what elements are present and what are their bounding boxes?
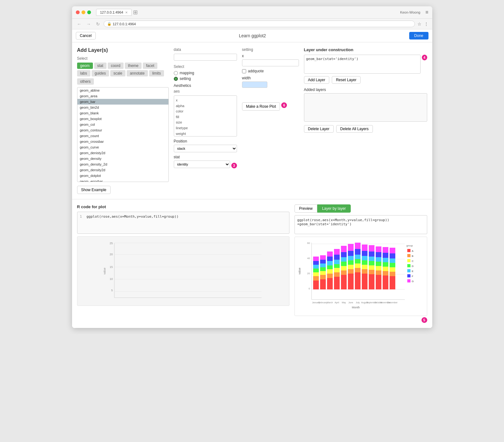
delete-all-layers-button[interactable]: Delete All Layers <box>336 125 373 133</box>
svg-rect-24 <box>313 276 319 281</box>
svg-rect-33 <box>320 267 326 271</box>
geom-item[interactable]: geom_dotplot <box>77 173 168 179</box>
geom-item[interactable]: geom_area <box>77 93 168 99</box>
browser-user: Keon-Woong <box>400 10 420 14</box>
maximize-button[interactable] <box>87 10 91 14</box>
back-button[interactable]: ← <box>76 21 83 27</box>
svg-rect-52 <box>341 270 347 275</box>
tag-stat[interactable]: stat <box>94 63 106 69</box>
tag-facet[interactable]: facet <box>143 63 157 69</box>
show-example-button[interactable]: Show Example <box>77 186 111 194</box>
refresh-button[interactable]: ↻ <box>95 21 101 27</box>
svg-rect-73 <box>362 269 367 274</box>
preview-tab[interactable]: Preview <box>295 204 318 213</box>
svg-rect-63 <box>348 251 354 256</box>
add-layer-button[interactable]: Add Layer <box>304 76 330 84</box>
tag-others[interactable]: others <box>77 78 94 85</box>
geom-item[interactable]: geom_curve <box>77 144 168 150</box>
rose-plot-button[interactable]: Make a Rose Plot <box>242 102 280 111</box>
layer-code-box[interactable]: geom_bar(stat='identity') <box>304 55 421 74</box>
svg-text:May: May <box>342 301 346 304</box>
badge-3: 3 <box>231 163 237 168</box>
geom-item-selected[interactable]: geom_bar <box>77 99 168 105</box>
svg-text:June: June <box>348 301 353 304</box>
geom-item[interactable]: geom_boxplot <box>77 116 168 122</box>
close-button[interactable] <box>76 10 80 14</box>
svg-rect-80 <box>369 270 374 274</box>
svg-rect-46 <box>334 268 340 272</box>
stat-dropdown[interactable]: identity count bin <box>174 160 230 168</box>
tab-close-icon[interactable]: ✕ <box>125 11 128 14</box>
aesthetics-label: Aesthetics <box>174 83 237 88</box>
geom-item[interactable]: geom_bin2d <box>77 105 168 110</box>
svg-rect-71 <box>355 243 361 249</box>
bookmark-icon[interactable]: ☆ <box>417 21 422 27</box>
added-layers-box[interactable] <box>304 93 427 122</box>
svg-rect-75 <box>362 260 367 265</box>
more-icon[interactable]: ⋮ <box>424 21 428 27</box>
svg-rect-67 <box>355 263 361 268</box>
tag-scale[interactable]: scale <box>110 70 125 76</box>
tag-limits[interactable]: limits <box>149 70 164 76</box>
svg-rect-49 <box>334 255 340 260</box>
width-input[interactable] <box>242 82 267 88</box>
svg-text:value: value <box>298 268 301 275</box>
new-tab-icon[interactable]: ⊞ <box>133 9 138 16</box>
r-code-title: R code for plot <box>77 204 289 209</box>
svg-rect-105 <box>390 253 395 258</box>
layer-by-layer-tab[interactable]: Layer by layer <box>317 204 350 213</box>
radio-setting[interactable]: setting <box>174 76 237 81</box>
geom-item[interactable]: geom_errorbar <box>77 179 168 182</box>
geom-item[interactable]: geom_abline <box>77 88 168 93</box>
svg-rect-54 <box>341 262 347 266</box>
svg-rect-101 <box>390 272 395 276</box>
svg-rect-53 <box>341 266 347 270</box>
cancel-button[interactable]: Cancel <box>76 32 96 39</box>
position-dropdown[interactable]: stack dodge fill identity <box>174 145 237 152</box>
addquote-checkbox[interactable] <box>242 69 246 73</box>
svg-rect-79 <box>369 274 374 289</box>
svg-rect-28 <box>313 261 319 265</box>
geom-item[interactable]: geom_col <box>77 122 168 127</box>
geom-item[interactable]: geom_contour <box>77 127 168 133</box>
geom-item[interactable]: geom_density_2d <box>77 161 168 167</box>
tag-annotate[interactable]: annotate <box>127 70 148 76</box>
svg-rect-77 <box>362 251 367 256</box>
browser-menu-icon[interactable]: ≡ <box>425 9 428 15</box>
tag-group-2: labs guides scale annotate limits <box>77 70 169 76</box>
tag-theme[interactable]: theme <box>125 63 142 69</box>
done-button[interactable]: Done <box>409 32 428 39</box>
svg-rect-69 <box>355 255 361 259</box>
geom-item[interactable]: geom_blank <box>77 110 168 116</box>
geom-item[interactable]: geom_crossbar <box>77 139 168 144</box>
svg-rect-82 <box>369 261 374 265</box>
geom-item[interactable]: geom_denisty2d <box>77 150 168 156</box>
svg-rect-40 <box>327 265 333 269</box>
code-preview-box: ggplot(rose,aes(x=Month,y=value,fill=gro… <box>295 215 427 234</box>
svg-rect-86 <box>376 275 381 289</box>
tag-labs[interactable]: labs <box>77 70 90 76</box>
browser-tab[interactable]: 127.0.0.1:4964 ✕ <box>96 9 132 16</box>
badge-4: 4 <box>422 55 427 60</box>
minimize-button[interactable] <box>82 10 85 14</box>
data-input[interactable] <box>174 54 237 61</box>
svg-rect-88 <box>376 266 381 270</box>
svg-text:group: group <box>406 244 413 247</box>
geom-item[interactable]: geom_count <box>77 133 168 139</box>
x-input[interactable] <box>242 59 299 66</box>
svg-rect-74 <box>362 265 367 269</box>
svg-rect-85 <box>369 245 374 251</box>
svg-rect-44 <box>334 277 340 289</box>
tag-geom[interactable]: geom <box>77 63 93 69</box>
r-code-content: ggplot(rose,aes(x=Month,y=value,fill=gro… <box>87 215 179 219</box>
reset-layer-button[interactable]: Reset Layer <box>332 76 361 84</box>
data-label: data <box>174 47 237 52</box>
geom-list: geom_abline geom_area geom_bar geom_bin2… <box>77 87 169 182</box>
geom-item[interactable]: geom_density2d <box>77 167 168 173</box>
tag-coord[interactable]: coord <box>108 63 124 69</box>
forward-button[interactable]: → <box>85 21 92 27</box>
tag-guides[interactable]: guides <box>92 70 109 76</box>
delete-layer-button[interactable]: Delete Layer <box>304 125 334 133</box>
geom-item[interactable]: geom_density <box>77 156 168 161</box>
radio-mapping[interactable]: mapping <box>174 71 237 75</box>
